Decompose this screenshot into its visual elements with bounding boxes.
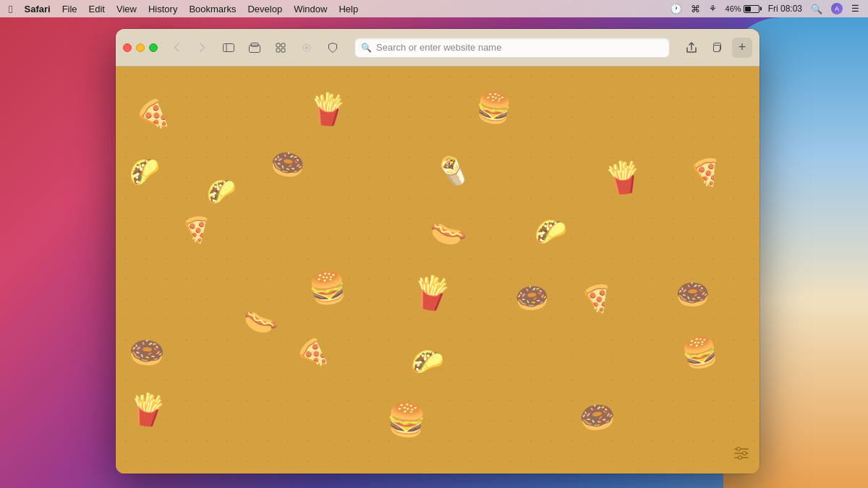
address-bar[interactable]: 🔍 Search or enter website name bbox=[354, 38, 670, 58]
browser-settings-icon[interactable] bbox=[733, 447, 749, 463]
food-item-2: 🍔 bbox=[474, 89, 514, 128]
food-item-22: 🍩 bbox=[577, 398, 618, 437]
food-item-6: 🍟 bbox=[603, 158, 644, 197]
food-item-20: 🍟 bbox=[127, 390, 169, 430]
share-button[interactable] bbox=[681, 40, 702, 56]
time-machine-icon[interactable]: 🕐 bbox=[670, 3, 682, 14]
search-icon: 🔍 bbox=[361, 43, 372, 53]
svg-rect-0 bbox=[224, 43, 234, 51]
app-name-menu[interactable]: Safari bbox=[24, 4, 50, 14]
maximize-button[interactable] bbox=[149, 43, 158, 52]
battery-pct: 46% bbox=[726, 4, 741, 13]
svg-rect-5 bbox=[281, 43, 285, 47]
airdrop-icon[interactable]: ⚘ bbox=[709, 4, 717, 14]
food-item-18: 🌮 bbox=[409, 345, 447, 380]
wifi-icon[interactable]: ⌘ bbox=[691, 4, 700, 14]
address-bar-container: 🔍 Search or enter website name bbox=[354, 38, 670, 58]
food-item-11: 🍩 bbox=[676, 278, 710, 310]
address-placeholder: Search or enter website name bbox=[376, 42, 501, 53]
user-avatar[interactable]: A bbox=[831, 3, 843, 14]
view-menu[interactable]: View bbox=[116, 4, 137, 14]
file-menu[interactable]: File bbox=[62, 4, 77, 14]
safari-toolbar: 🔍 Search or enter website name + bbox=[116, 29, 760, 67]
svg-rect-6 bbox=[276, 48, 280, 52]
food-item-23: 🌮 bbox=[205, 175, 237, 207]
food-item-1: 🍟 bbox=[307, 90, 348, 128]
clock: Fri 08:03 bbox=[768, 4, 802, 14]
food-item-13: 🍟 bbox=[409, 271, 454, 315]
food-item-21: 🍔 bbox=[385, 398, 427, 440]
food-item-16: 🍩 bbox=[127, 333, 166, 370]
svg-point-9 bbox=[305, 46, 308, 49]
develop-menu[interactable]: Develop bbox=[247, 4, 282, 14]
extension-button[interactable] bbox=[271, 40, 291, 56]
food-item-10: 🌮 bbox=[533, 215, 568, 249]
food-item-12: 🍔 bbox=[307, 267, 349, 308]
safari-window: 🔍 Search or enter website name + bbox=[116, 29, 760, 474]
dot-pattern-bg bbox=[116, 67, 760, 474]
history-menu[interactable]: History bbox=[148, 4, 177, 14]
toolbar-right: + bbox=[681, 38, 752, 58]
svg-rect-10 bbox=[714, 45, 720, 51]
help-menu[interactable]: Help bbox=[339, 4, 358, 14]
close-button[interactable] bbox=[123, 43, 132, 52]
menubar:  Safari File Edit View History Bookmark… bbox=[0, 0, 868, 17]
apple-menu[interactable]:  bbox=[9, 3, 12, 15]
svg-rect-7 bbox=[281, 48, 285, 52]
tab-copy-button[interactable] bbox=[706, 40, 726, 56]
minimize-button[interactable] bbox=[136, 43, 145, 52]
browser-content: 🍕🍟🍔🌮🍩🌯🍟🍕🍕🌭🌮🍩🍔🍟🍩🍕🍩🍕🌮🍔🍟🍔🍩🌮🌭 bbox=[116, 67, 760, 474]
menubar-left:  Safari File Edit View History Bookmark… bbox=[9, 3, 358, 15]
food-item-7: 🍕 bbox=[686, 153, 724, 189]
forward-button[interactable] bbox=[192, 40, 213, 56]
new-tab-button[interactable]: + bbox=[732, 38, 752, 58]
tab-overview-button[interactable] bbox=[244, 40, 265, 56]
edit-menu[interactable]: Edit bbox=[89, 4, 105, 14]
menubar-right: 🕐 ⌘ ⚘ 46% Fri 08:03 🔍 A ☰ bbox=[670, 3, 859, 14]
svg-rect-4 bbox=[276, 43, 280, 47]
spotlight-icon[interactable]: 🔍 bbox=[811, 4, 822, 14]
sidebar-button[interactable] bbox=[218, 40, 239, 56]
svg-point-14 bbox=[737, 448, 741, 451]
window-controls bbox=[123, 43, 158, 52]
battery-fill bbox=[745, 7, 751, 12]
window-menu[interactable]: Window bbox=[294, 4, 327, 14]
food-item-4: 🍩 bbox=[268, 145, 307, 182]
back-button[interactable] bbox=[166, 40, 187, 56]
privacy-button[interactable] bbox=[323, 40, 343, 56]
battery-indicator: 46% bbox=[726, 4, 760, 13]
food-item-14: 🍩 bbox=[514, 281, 550, 315]
bookmarks-menu[interactable]: Bookmarks bbox=[189, 4, 236, 14]
svg-point-15 bbox=[743, 452, 746, 455]
battery-bar bbox=[744, 5, 760, 13]
svg-point-16 bbox=[739, 456, 742, 460]
reader-button[interactable] bbox=[297, 40, 317, 56]
food-item-3: 🌮 bbox=[126, 153, 163, 189]
food-item-19: 🍔 bbox=[679, 332, 722, 372]
control-center-icon[interactable]: ☰ bbox=[851, 4, 859, 14]
